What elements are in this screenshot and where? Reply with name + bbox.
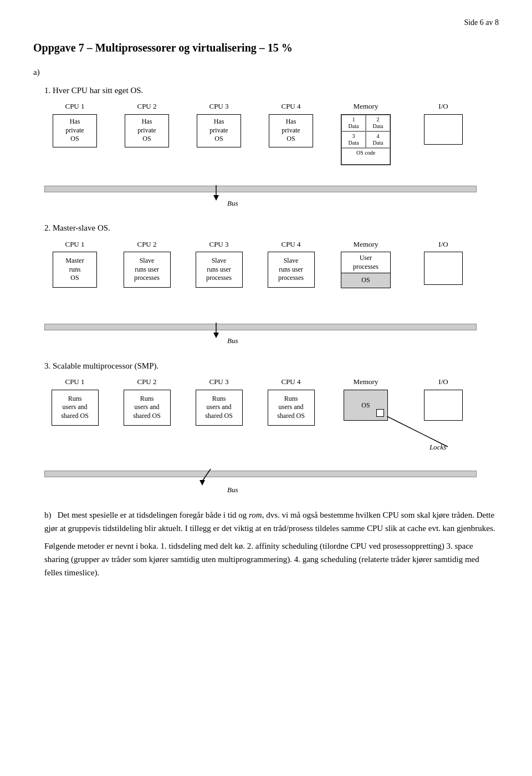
diag2-cpu2-box: Slaveruns userprocesses (124, 252, 171, 288)
diag2-io-title: I/O (438, 239, 448, 250)
diag2-bus-line (44, 324, 477, 330)
diag3-memory-title: Memory (354, 376, 378, 387)
diag1-cpu3-box: HasprivateOS (197, 114, 241, 147)
section-a-label: a) (33, 66, 499, 79)
diag1-memory-title: Memory (354, 101, 378, 112)
diag2-io-box (424, 252, 463, 285)
body-para2: Følgende metoder er nevnt i boka. 1. tid… (44, 539, 499, 579)
diag3-memory-box: OS (344, 390, 388, 421)
diag3-cpu2-box: Runsusers andshared OS (124, 390, 171, 426)
lock-box (376, 409, 384, 417)
page-number: Side 6 av 8 (33, 17, 499, 28)
svg-marker-6 (200, 480, 205, 486)
point3-label: 3. Scalable multiprocessor (SMP). (44, 360, 499, 372)
diag2-cpu4-box: Slaveruns userprocesses (268, 252, 315, 288)
diag2-bus-label: Bus (227, 335, 238, 346)
svg-line-5 (202, 469, 211, 481)
diag3-bus-label: Bus (227, 484, 238, 496)
diag2-cpu1-title: CPU 1 (65, 239, 84, 250)
diag1-memory-box: 1Data 2Data 3Data 4Data OS code (341, 114, 391, 165)
diag2-cpu1-box: MasterrunsOS (53, 252, 97, 288)
diag3-cpu4-title: CPU 4 (281, 376, 300, 387)
locks-arrow (387, 416, 459, 453)
diag1-bus-line (44, 186, 477, 192)
diag1-cpu2-title: CPU 2 (137, 101, 156, 112)
diag1-io-box (424, 114, 463, 145)
svg-marker-3 (213, 333, 219, 338)
main-title: Oppgave 7 – Multiprosessorer og virtuali… (33, 39, 499, 56)
locks-label: Locks (429, 442, 446, 453)
diag2-cpu2-title: CPU 2 (137, 239, 156, 250)
diag3-bus-line (44, 471, 477, 477)
diag3-cpu1-title: CPU 1 (65, 376, 84, 387)
diag3-io-title: I/O (438, 376, 448, 387)
diag3-cpu2-title: CPU 2 (137, 376, 156, 387)
diagram2: CPU 1 MasterrunsOS CPU 2 Slaveruns userp… (44, 239, 499, 350)
diag1-cpu1-box: HasprivateOS (53, 114, 97, 147)
svg-marker-1 (213, 195, 219, 201)
diag3-cpu4-box: Runsusers andshared OS (268, 390, 315, 426)
diag2-cpu3-title: CPU 3 (209, 239, 228, 250)
diag1-cpu4-box: HasprivateOS (269, 114, 313, 147)
diag2-cpu4-title: CPU 4 (281, 239, 300, 250)
point2-label: 2. Master-slave OS. (44, 222, 499, 234)
diag1-cpu1-title: CPU 1 (65, 101, 84, 112)
diag3-bus-arrow (200, 469, 227, 492)
diag1-cpu2-box: HasprivateOS (125, 114, 169, 147)
diag1-bus-label: Bus (227, 198, 238, 209)
diag3-cpu3-title: CPU 3 (209, 376, 228, 387)
diagram3: CPU 1 Runsusers andshared OS CPU 2 Runsu… (44, 376, 499, 498)
body-para1: b) Det mest spesielle er at tidsdelingen… (44, 508, 499, 535)
diag1-io-title: I/O (438, 101, 448, 112)
diag2-memory-title: Memory (354, 239, 378, 250)
section-b-label: b) (44, 510, 52, 519)
text-section: b) Det mest spesielle er at tidsdelingen… (44, 508, 499, 579)
diag3-cpu1-box: Runsusers andshared OS (52, 390, 99, 426)
diag2-memory-box: Userprocesses OS (341, 252, 391, 288)
diag3-cpu3-box: Runsusers andshared OS (196, 390, 243, 426)
diag2-cpu3-box: Slaveruns userprocesses (196, 252, 243, 288)
diag1-cpu4-title: CPU 4 (281, 101, 300, 112)
point1-label: 1. Hver CPU har sitt eget OS. (44, 84, 499, 97)
diag1-cpu3-title: CPU 3 (209, 101, 228, 112)
diagram1: CPU 1 HasprivateOS CPU 2 HasprivateOS CP… (44, 101, 499, 212)
